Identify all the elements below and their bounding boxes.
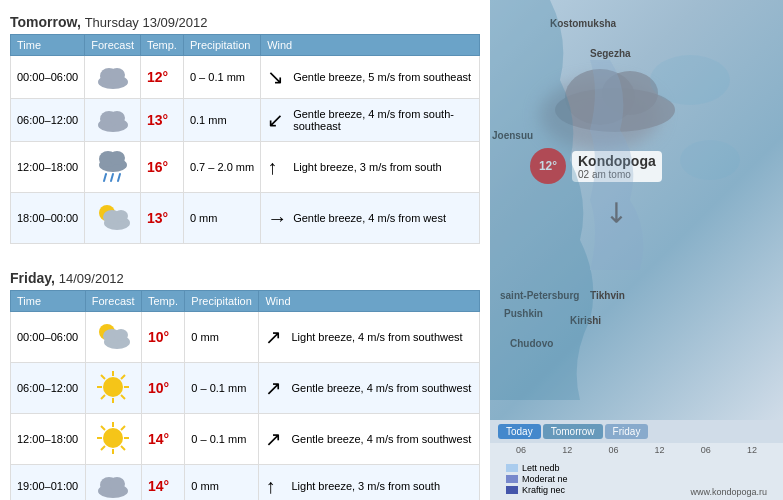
col-precip: Precipitation	[183, 35, 260, 56]
wind-description: Gentle breeze, 4 m/s from west	[293, 212, 446, 224]
map-panel: Kostomuksha Segezha Joensuu saint-Peters…	[490, 0, 783, 500]
wind-description: Light breeze, 4 m/s from southwest	[291, 331, 462, 343]
wind-arrow-icon: ↑	[267, 156, 287, 179]
cell-wind: ↙ Gentle breeze, 4 m/s from south-southe…	[261, 99, 480, 142]
cell-forecast	[85, 56, 141, 99]
cell-forecast	[85, 414, 141, 465]
table-row: 19:00–01:00 14° 0 mm ↑ Light breeze, 3 m…	[11, 465, 480, 501]
cell-time: 18:00–00:00	[11, 193, 85, 244]
svg-point-2	[109, 68, 125, 82]
friday-title: Friday, 14/09/2012	[10, 270, 480, 286]
legend-label: Lett nedb	[522, 463, 560, 473]
svg-line-25	[101, 375, 105, 379]
time-axis: 06 12 06 12 06 12	[490, 443, 783, 457]
cell-precip: 0.7 – 2.0 mm	[183, 142, 260, 193]
wind-arrow-icon: ↙	[267, 108, 287, 132]
forecast-panel: Tomorrow, Thursday 13/09/2012 Time Forec…	[0, 0, 490, 500]
cell-precip: 0 – 0.1 mm	[183, 56, 260, 99]
svg-point-20	[103, 377, 123, 397]
time-tick-4: 12	[637, 445, 683, 455]
table-row: 00:00–06:00 12° 0 – 0.1 mm ↘ Gentle bree…	[11, 56, 480, 99]
cell-temp: 13°	[140, 99, 183, 142]
col-wind-f: Wind	[259, 291, 480, 312]
cell-temp: 10°	[142, 363, 185, 414]
time-tick-3: 06	[590, 445, 636, 455]
table-row: 18:00–00:00 13° 0 mm → Gentle breeze, 4 …	[11, 193, 480, 244]
col-time-f: Time	[11, 291, 86, 312]
wind-arrow-icon: →	[267, 207, 287, 230]
map-terrain	[490, 0, 783, 420]
legend-color	[506, 486, 518, 494]
table-row: 12:00–18:00 14° 0 – 0.1 mm ↗ Gentle bree…	[11, 414, 480, 465]
svg-point-19	[114, 329, 128, 341]
cell-precip: 0 – 0.1 mm	[185, 363, 259, 414]
table-row: 00:00–06:00 10° 0 mm ↗ Light breeze, 4 m…	[11, 312, 480, 363]
wind-description: Light breeze, 3 m/s from south	[293, 161, 442, 173]
time-tick-5: 06	[683, 445, 729, 455]
cell-forecast	[85, 193, 141, 244]
col-temp-f: Temp.	[142, 291, 185, 312]
svg-line-34	[101, 426, 105, 430]
time-tick-2: 12	[544, 445, 590, 455]
legend-color	[506, 475, 518, 483]
cell-wind: ↑ Light breeze, 3 m/s from south	[261, 142, 480, 193]
cell-precip: 0 mm	[185, 312, 259, 363]
cell-time: 00:00–06:00	[11, 56, 85, 99]
svg-line-37	[101, 446, 105, 450]
col-forecast-f: Forecast	[85, 291, 141, 312]
cell-temp: 10°	[142, 312, 185, 363]
wind-arrow-icon: ↘	[267, 65, 287, 89]
map-url: www.kondopoga.ru	[682, 485, 775, 499]
wind-description: Gentle breeze, 5 m/s from southeast	[293, 71, 471, 83]
cell-time: 12:00–18:00	[11, 414, 86, 465]
wind-description: Gentle breeze, 4 m/s from southwest	[291, 433, 471, 445]
wind-description: Light breeze, 3 m/s from south	[291, 480, 440, 492]
svg-line-9	[104, 174, 106, 181]
cell-precip: 0 – 0.1 mm	[185, 414, 259, 465]
wind-arrow-icon: ↑	[265, 475, 285, 498]
col-forecast: Forecast	[85, 35, 141, 56]
svg-point-15	[114, 210, 128, 222]
cell-temp: 12°	[140, 56, 183, 99]
map-legend: Lett nedbModerat neKraftig nec	[498, 459, 576, 499]
wind-description: Gentle breeze, 4 m/s from southwest	[291, 382, 471, 394]
legend-label: Moderat ne	[522, 474, 568, 484]
tomorrow-title: Tomorrow, Thursday 13/09/2012	[10, 14, 480, 30]
tomorrow-table: Time Forecast Temp. Precipitation Wind 0…	[10, 34, 480, 244]
cell-time: 06:00–12:00	[11, 99, 85, 142]
legend-item: Kraftig nec	[506, 485, 568, 495]
cell-forecast	[85, 465, 141, 501]
legend-label: Kraftig nec	[522, 485, 565, 495]
svg-line-35	[121, 446, 125, 450]
timeline-bar: Today Tomorrow Friday	[490, 420, 783, 443]
svg-line-28	[101, 395, 105, 399]
col-temp: Temp.	[140, 35, 183, 56]
svg-point-8	[109, 151, 125, 165]
svg-point-29	[103, 428, 123, 448]
cell-precip: 0 mm	[183, 193, 260, 244]
svg-point-44	[650, 55, 730, 105]
svg-line-27	[121, 375, 125, 379]
legend-item: Lett nedb	[506, 463, 568, 473]
friday-table: Time Forecast Temp. Precipitation Wind 0…	[10, 290, 480, 500]
cell-temp: 16°	[140, 142, 183, 193]
wind-arrow-icon: ↗	[265, 376, 285, 400]
cell-wind: ↘ Gentle breeze, 5 m/s from southeast	[261, 56, 480, 99]
cell-wind: ↑ Light breeze, 3 m/s from south	[259, 465, 480, 501]
map-background: Kostomuksha Segezha Joensuu saint-Peters…	[490, 0, 783, 420]
tl-today[interactable]: Today	[498, 424, 541, 439]
cell-time: 12:00–18:00	[11, 142, 85, 193]
time-tick-1: 06	[498, 445, 544, 455]
table-row: 06:00–12:00 10° 0 – 0.1 mm ↗ Gentle bree…	[11, 363, 480, 414]
wind-arrow-icon: ↗	[265, 427, 285, 451]
svg-line-11	[118, 174, 120, 181]
col-precip-f: Precipitation	[185, 291, 259, 312]
cell-forecast	[85, 363, 141, 414]
cell-temp: 13°	[140, 193, 183, 244]
tl-friday[interactable]: Friday	[605, 424, 649, 439]
cell-forecast	[85, 312, 141, 363]
tl-tomorrow[interactable]: Tomorrow	[543, 424, 603, 439]
svg-point-40	[109, 477, 125, 491]
cell-time: 19:00–01:00	[11, 465, 86, 501]
legend-color	[506, 464, 518, 472]
